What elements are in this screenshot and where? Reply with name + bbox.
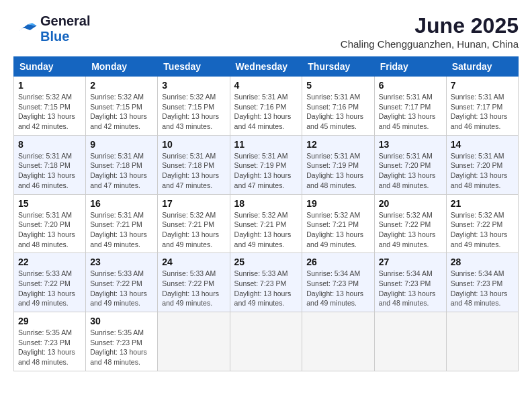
col-thursday: Thursday	[302, 57, 374, 77]
day-info: Sunrise: 5:32 AM Sunset: 7:22 PM Dayligh…	[451, 210, 514, 250]
table-row: 11 Sunrise: 5:31 AM Sunset: 7:19 PM Dayl…	[230, 135, 302, 194]
daylight-text: Daylight: 13 hours and 47 minutes.	[234, 171, 292, 189]
logo-icon	[13, 22, 38, 36]
sunrise-text: Sunrise: 5:33 AM	[90, 269, 144, 277]
daylight-text: Daylight: 13 hours and 48 minutes.	[18, 230, 75, 248]
day-info: Sunrise: 5:31 AM Sunset: 7:16 PM Dayligh…	[306, 92, 369, 132]
table-row: 10 Sunrise: 5:31 AM Sunset: 7:18 PM Dayl…	[158, 135, 230, 194]
table-row	[302, 312, 374, 371]
sunset-text: Sunset: 7:15 PM	[90, 103, 142, 111]
day-number: 9	[90, 139, 153, 150]
day-number: 7	[451, 80, 514, 91]
day-info: Sunrise: 5:32 AM Sunset: 7:15 PM Dayligh…	[162, 92, 225, 132]
day-info: Sunrise: 5:31 AM Sunset: 7:17 PM Dayligh…	[451, 92, 514, 132]
table-row: 19 Sunrise: 5:32 AM Sunset: 7:21 PM Dayl…	[302, 194, 374, 253]
daylight-text: Daylight: 13 hours and 47 minutes.	[90, 171, 147, 189]
calendar-title: June 2025	[341, 13, 519, 38]
day-info: Sunrise: 5:35 AM Sunset: 7:23 PM Dayligh…	[90, 328, 153, 367]
sunset-text: Sunset: 7:18 PM	[90, 161, 142, 169]
sunrise-text: Sunrise: 5:34 AM	[451, 269, 504, 277]
day-number: 18	[234, 198, 298, 209]
table-row: 21 Sunrise: 5:32 AM Sunset: 7:22 PM Dayl…	[446, 194, 518, 253]
table-row: 18 Sunrise: 5:32 AM Sunset: 7:21 PM Dayl…	[230, 194, 302, 253]
sunrise-text: Sunrise: 5:31 AM	[451, 152, 504, 160]
table-row: 16 Sunrise: 5:31 AM Sunset: 7:21 PM Dayl…	[86, 194, 158, 253]
sunset-text: Sunset: 7:22 PM	[18, 279, 71, 287]
day-info: Sunrise: 5:32 AM Sunset: 7:15 PM Dayligh…	[90, 92, 153, 132]
day-info: Sunrise: 5:31 AM Sunset: 7:21 PM Dayligh…	[90, 210, 153, 250]
daylight-text: Daylight: 13 hours and 49 minutes.	[90, 230, 147, 248]
daylight-text: Daylight: 13 hours and 49 minutes.	[162, 230, 219, 248]
day-info: Sunrise: 5:32 AM Sunset: 7:15 PM Dayligh…	[18, 92, 81, 132]
sunrise-text: Sunrise: 5:32 AM	[162, 93, 216, 101]
table-row: 13 Sunrise: 5:31 AM Sunset: 7:20 PM Dayl…	[374, 135, 446, 194]
day-number: 1	[18, 80, 81, 91]
table-row: 12 Sunrise: 5:31 AM Sunset: 7:19 PM Dayl…	[302, 135, 374, 194]
sunset-text: Sunset: 7:22 PM	[90, 279, 142, 287]
sunrise-text: Sunrise: 5:31 AM	[90, 211, 144, 219]
calendar-table: Sunday Monday Tuesday Wednesday Thursday…	[13, 56, 519, 371]
day-number: 24	[162, 257, 225, 267]
sunset-text: Sunset: 7:23 PM	[451, 279, 503, 287]
day-number: 16	[90, 198, 153, 209]
table-row	[158, 312, 230, 371]
table-row: 22 Sunrise: 5:33 AM Sunset: 7:22 PM Dayl…	[14, 253, 86, 312]
col-friday: Friday	[374, 57, 446, 77]
table-row: 5 Sunrise: 5:31 AM Sunset: 7:16 PM Dayli…	[302, 77, 374, 136]
calendar-subtitle: Chaling Chengguanzhen, Hunan, China	[341, 38, 519, 50]
sunrise-text: Sunrise: 5:35 AM	[18, 328, 72, 336]
sunrise-text: Sunrise: 5:33 AM	[18, 269, 72, 277]
col-wednesday: Wednesday	[230, 57, 302, 77]
calendar-week-row: 22 Sunrise: 5:33 AM Sunset: 7:22 PM Dayl…	[14, 253, 519, 312]
sunset-text: Sunset: 7:22 PM	[379, 220, 431, 228]
logo-text-blue: Blue	[40, 29, 69, 44]
daylight-text: Daylight: 13 hours and 49 minutes.	[162, 289, 219, 308]
day-number: 30	[90, 316, 153, 326]
sunrise-text: Sunrise: 5:31 AM	[162, 152, 216, 160]
sunrise-text: Sunrise: 5:32 AM	[379, 211, 433, 219]
sunrise-text: Sunrise: 5:32 AM	[162, 211, 216, 219]
table-row	[230, 312, 302, 371]
table-row: 15 Sunrise: 5:31 AM Sunset: 7:20 PM Dayl…	[14, 194, 86, 253]
table-row: 25 Sunrise: 5:33 AM Sunset: 7:23 PM Dayl…	[230, 253, 302, 312]
title-area: June 2025 Chaling Chengguanzhen, Hunan, …	[341, 13, 519, 50]
sunrise-text: Sunrise: 5:31 AM	[451, 93, 504, 101]
logo-text-general: General	[40, 13, 90, 28]
day-number: 8	[18, 139, 81, 150]
daylight-text: Daylight: 13 hours and 48 minutes.	[18, 348, 75, 366]
day-info: Sunrise: 5:33 AM Sunset: 7:22 PM Dayligh…	[90, 269, 153, 308]
sunset-text: Sunset: 7:22 PM	[451, 220, 503, 228]
sunset-text: Sunset: 7:23 PM	[234, 279, 287, 287]
table-row: 29 Sunrise: 5:35 AM Sunset: 7:23 PM Dayl…	[14, 312, 86, 371]
sunrise-text: Sunrise: 5:34 AM	[379, 269, 433, 277]
sunrise-text: Sunrise: 5:31 AM	[90, 152, 144, 160]
day-info: Sunrise: 5:31 AM Sunset: 7:18 PM Dayligh…	[162, 151, 225, 191]
day-info: Sunrise: 5:32 AM Sunset: 7:21 PM Dayligh…	[306, 210, 369, 250]
sunset-text: Sunset: 7:21 PM	[90, 220, 142, 228]
sunset-text: Sunset: 7:18 PM	[162, 161, 214, 169]
table-row: 1 Sunrise: 5:32 AM Sunset: 7:15 PM Dayli…	[14, 77, 86, 136]
sunrise-text: Sunrise: 5:31 AM	[18, 211, 72, 219]
daylight-text: Daylight: 13 hours and 49 minutes.	[234, 289, 292, 308]
sunset-text: Sunset: 7:15 PM	[18, 103, 71, 111]
day-info: Sunrise: 5:31 AM Sunset: 7:20 PM Dayligh…	[379, 151, 442, 191]
table-row: 17 Sunrise: 5:32 AM Sunset: 7:21 PM Dayl…	[158, 194, 230, 253]
sunrise-text: Sunrise: 5:31 AM	[18, 152, 72, 160]
daylight-text: Daylight: 13 hours and 49 minutes.	[379, 230, 436, 248]
table-row: 20 Sunrise: 5:32 AM Sunset: 7:22 PM Dayl…	[374, 194, 446, 253]
sunset-text: Sunset: 7:23 PM	[306, 279, 359, 287]
day-number: 12	[306, 139, 369, 150]
sunrise-text: Sunrise: 5:34 AM	[306, 269, 360, 277]
sunrise-text: Sunrise: 5:32 AM	[90, 93, 144, 101]
day-info: Sunrise: 5:31 AM Sunset: 7:16 PM Dayligh…	[234, 92, 298, 132]
table-row: 7 Sunrise: 5:31 AM Sunset: 7:17 PM Dayli…	[446, 77, 518, 136]
table-row: 26 Sunrise: 5:34 AM Sunset: 7:23 PM Dayl…	[302, 253, 374, 312]
day-number: 26	[306, 257, 369, 267]
svg-marker-0	[19, 24, 37, 31]
sunrise-text: Sunrise: 5:31 AM	[379, 152, 433, 160]
sunrise-text: Sunrise: 5:32 AM	[306, 211, 360, 219]
sunrise-text: Sunrise: 5:31 AM	[234, 152, 288, 160]
daylight-text: Daylight: 13 hours and 46 minutes.	[18, 171, 75, 189]
daylight-text: Daylight: 13 hours and 47 minutes.	[162, 171, 219, 189]
col-tuesday: Tuesday	[158, 57, 230, 77]
